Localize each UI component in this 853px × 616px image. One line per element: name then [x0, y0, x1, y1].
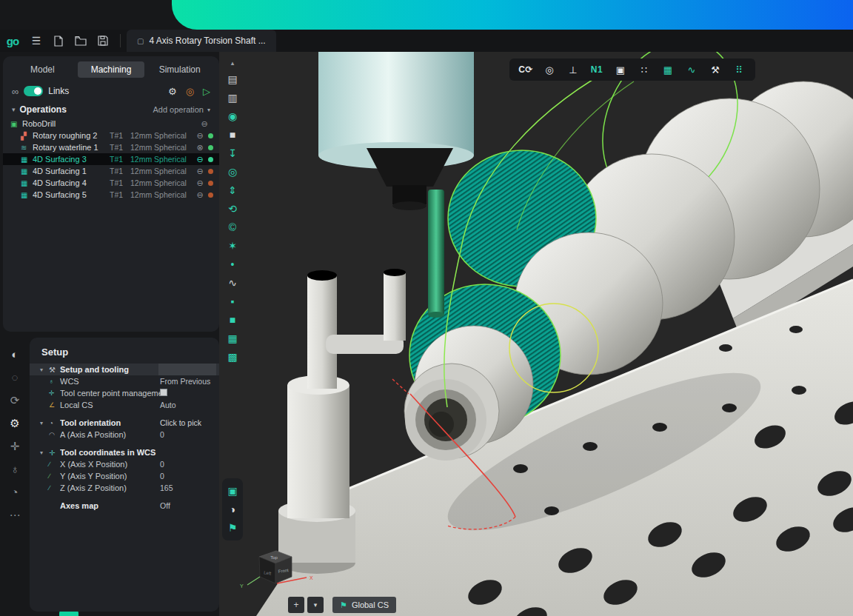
operation-row[interactable]: ▦ 4D Surfacing 4 T#1 12mm Spherical ⊖ [3, 177, 219, 189]
operation-name: 4D Surfacing 3 [33, 155, 110, 164]
group-tool-coordinates[interactable]: ▾ ✛ Tool coordinates in WCS [30, 446, 219, 458]
tab-machining[interactable]: Machining [78, 61, 145, 78]
suppress-icon[interactable]: ⊖ [194, 131, 206, 141]
more-options-icon[interactable]: ⋯ [10, 509, 21, 522]
application-window: { "app": { "logo": "go", "doc_title": "4… [0, 0, 853, 616]
multiaxis-icon[interactable]: ✶ [228, 236, 237, 255]
global-cs-chip[interactable]: ⚑ Global CS [332, 597, 396, 613]
cs-flag-icon[interactable]: ⚑ [228, 522, 238, 534]
setting-value[interactable]: From Previous [160, 377, 219, 386]
setting-row-z-axis[interactable]: ∕ Z (Axis Z Position) 165 [30, 482, 219, 494]
model-sphere-icon[interactable]: ◐ [11, 348, 18, 361]
suppress-icon[interactable]: ⊖ [198, 119, 210, 129]
operation-row[interactable]: ▞ Rotary roughing 2 T#1 12mm Spherical ⊖ [3, 130, 219, 141]
axis-vertical-icon[interactable]: ⇕ [228, 181, 237, 199]
setting-row-local-cs[interactable]: ∠ Local CS Auto [30, 399, 219, 411]
open-folder-icon[interactable] [70, 36, 92, 46]
shaded-view-icon[interactable]: ◑ [230, 503, 235, 515]
fixture-display-icon[interactable]: ∷ [634, 64, 655, 76]
run-simulation-icon[interactable]: ▷ [203, 86, 210, 97]
main-menu-icon[interactable]: ☰ [25, 35, 47, 47]
group-setup-and-tooling[interactable]: ▾ ⚒ Setup and tooling [30, 364, 219, 375]
tab-simulation[interactable]: Simulation [146, 61, 213, 78]
setting-row-wcs[interactable]: ♁ WCS From Previous [30, 375, 219, 387]
settings-gear-icon[interactable]: ⚙ [10, 417, 19, 430]
setting-value[interactable]: Off [160, 501, 219, 510]
pick-value[interactable]: Click to pick [160, 418, 219, 427]
setting-value[interactable]: 0 [160, 430, 219, 439]
record-target-icon[interactable]: ◎ [186, 86, 194, 97]
chevron-down-icon: ▾ [12, 106, 16, 113]
viewport-3d[interactable]: C⟳ ◎ ⊥ N1 ▣ ∷ ▦ ∿ ⚒ ⠿ Top Left Front X Y… [219, 52, 853, 616]
patch-icon[interactable]: ▪ [231, 292, 235, 310]
spline-icon[interactable]: ∿ [228, 273, 237, 292]
setting-row-tcp[interactable]: ✛ Tool center point managemen [30, 387, 219, 399]
probe-icon[interactable]: ◎ [539, 64, 560, 76]
operation-row-selected[interactable]: ▦ 4D Surfacing 3 T#1 12mm Spherical ⊖ [3, 153, 219, 165]
scroll-up-icon[interactable]: ▴ [231, 59, 235, 70]
setting-value[interactable]: 165 [160, 483, 219, 492]
region-icon[interactable]: ▩ [227, 347, 237, 366]
operation-tool: T#1 [110, 143, 130, 152]
rotate-c-icon[interactable]: © [229, 218, 236, 236]
cs-dropdown-button[interactable]: ▾ [307, 597, 324, 613]
group-tool-orientation[interactable]: ▾ ◔ Tool orientation Click to pick [30, 417, 219, 429]
setting-value[interactable]: Auto [160, 401, 219, 409]
save-icon[interactable] [92, 36, 114, 46]
probe-circle-icon[interactable]: ◎ [228, 162, 237, 181]
tool-circle-icon[interactable]: ◉ [228, 107, 237, 125]
setting-row-y-axis[interactable]: ∕ Y (Axis Y Position) 0 [30, 470, 219, 482]
cube-x-axis-label: X [310, 575, 313, 580]
status-dot [206, 192, 215, 198]
setting-value[interactable]: 0 [160, 460, 219, 469]
cube-y-axis-label: Y [240, 583, 244, 589]
app-logo: go [0, 35, 25, 47]
grid-display-icon[interactable]: ⠿ [729, 64, 749, 76]
suppress-icon[interactable]: ⊖ [194, 190, 206, 200]
tcp-checkbox[interactable] [160, 389, 167, 396]
links-toggle[interactable] [24, 86, 43, 96]
surface-icon[interactable]: ■ [230, 310, 235, 329]
point-icon[interactable]: • [231, 255, 235, 273]
machine-row[interactable]: ▣ RoboDrill ⊖ [3, 118, 219, 130]
add-cs-button[interactable]: + [288, 597, 304, 613]
refresh-icon[interactable]: ⟳ [10, 394, 20, 407]
machine-setup-icon[interactable]: ▥ [227, 88, 237, 107]
fit-view-icon[interactable]: ▣ [227, 485, 237, 497]
rotate-c-icon[interactable]: C⟳ [515, 64, 536, 75]
tab-model[interactable]: Model [9, 61, 76, 78]
stock-display-icon[interactable]: ▣ [610, 64, 631, 76]
setting-value[interactable]: 0 [160, 472, 219, 481]
table-display-icon[interactable]: ▦ [658, 64, 678, 76]
mesh-icon[interactable]: ▦ [227, 329, 237, 347]
operation-row[interactable]: ▦ 4D Surfacing 5 T#1 12mm Spherical ⊖ [3, 189, 219, 201]
stock-icon[interactable]: ■ [230, 125, 235, 144]
selection-icon[interactable]: ◌ [12, 371, 19, 384]
tool-axis-icon[interactable]: ⊥ [563, 64, 583, 76]
tool-down-icon[interactable]: ↧ [228, 144, 237, 162]
setting-row-a-axis[interactable]: ◠ A (Axis A Position) 0 [30, 429, 219, 441]
operation-row[interactable]: ▦ 4D Surfacing 1 T#1 12mm Spherical ⊖ [3, 165, 219, 177]
operations-settings-icon[interactable]: ⚙ [168, 86, 177, 97]
setting-label: Axes map [60, 501, 160, 510]
nc-program-label[interactable]: N1 [586, 64, 607, 75]
new-file-icon[interactable] [47, 36, 70, 47]
machine-head-icon[interactable]: ▤ [227, 70, 237, 88]
tool-display-icon[interactable]: ⚒ [705, 64, 726, 76]
toolpath-display-icon[interactable]: ∿ [681, 64, 702, 76]
operations-header[interactable]: ▾ Operations Add operation ▾ [3, 101, 219, 118]
axes-icon[interactable]: ✛ [10, 440, 20, 453]
setting-row-x-axis[interactable]: ∕ X (Axis X Position) 0 [30, 458, 219, 470]
history-icon[interactable]: ◔ [11, 486, 18, 499]
wcs-globe-icon[interactable]: ♁ [10, 463, 19, 476]
rotate-a-icon[interactable]: ⟲ [228, 199, 237, 218]
operation-row[interactable]: ≋ Rotary waterline 1 T#1 12mm Spherical … [3, 141, 219, 153]
suppress-icon[interactable]: ⊖ [194, 155, 206, 164]
document-tab[interactable]: ▢ 4 Axis Rotary Torsion Shaft ... [127, 30, 276, 52]
suppress-icon[interactable]: ⊖ [194, 178, 206, 188]
add-operation-button[interactable]: Add operation ▾ [153, 105, 210, 114]
operations-title: Operations [20, 104, 153, 115]
suppress-icon[interactable]: ⊗ [194, 143, 206, 153]
setting-row-axes-map[interactable]: Axes map Off [30, 500, 219, 512]
suppress-icon[interactable]: ⊖ [194, 167, 206, 176]
